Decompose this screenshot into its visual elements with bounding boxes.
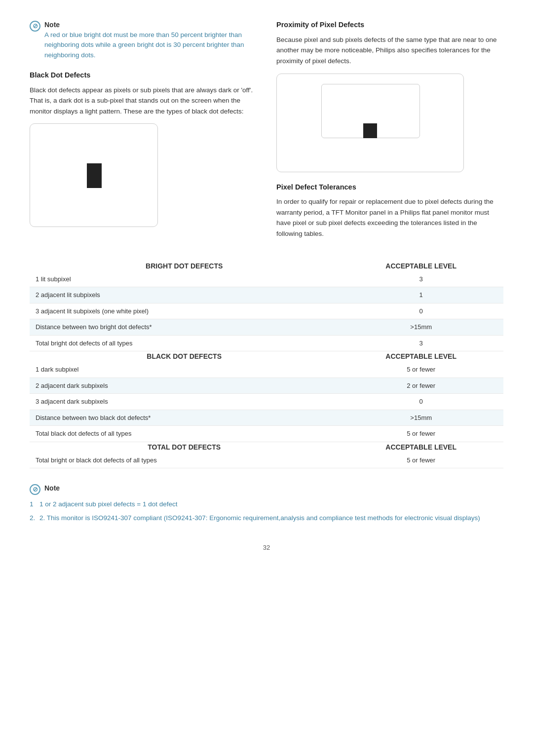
black-dot-title: Black Dot Defects (30, 70, 257, 81)
table-row-value: 2 or fewer (339, 378, 503, 394)
proximity-diagram (276, 74, 464, 172)
note-list: 1 or 2 adjacent sub pixel defects = 1 do… (30, 499, 503, 523)
note-block-top: ⊘ Note A red or blue bright dot must be … (30, 20, 257, 60)
table-row-label: Distance between two bright dot defects* (30, 319, 339, 336)
table-row-value: 1 (339, 287, 503, 303)
black-dot-body: Black dot defects appear as pixels or su… (30, 85, 257, 117)
table-row-value: >15mm (339, 410, 503, 426)
table-row-value: 5 or fewer (339, 426, 503, 442)
pixel-defect-title: Pixel Defect Tolerances (276, 182, 503, 193)
table-row-label: Total bright dot defects of all types (30, 335, 339, 351)
table-row-value: 0 (339, 394, 503, 410)
note-text-top: A red or blue bright dot must be more th… (44, 30, 257, 60)
table-row-value: 5 or fewer (339, 453, 503, 468)
black-dot-pixel (87, 163, 102, 188)
note-icon-bottom: ⊘ (30, 484, 40, 495)
table-row-label: 2 adjacent lit subpixels (30, 287, 339, 303)
proximity-pixel (363, 123, 377, 138)
black-dot-diagram (30, 123, 158, 227)
note-icon-top: ⊘ (30, 21, 40, 32)
note-label-top: Note (44, 20, 257, 30)
table-row-value: 5 or fewer (339, 362, 503, 378)
table-section-header-right: ACCEPTABLE LEVEL (339, 261, 503, 271)
table-row-label: 2 adjacent dark subpixels (30, 378, 339, 394)
table-row-label: 1 dark subpixel (30, 362, 339, 378)
table-section-header: TOTAL DOT DEFECTS (30, 442, 339, 453)
page-number: 32 (30, 543, 503, 553)
table-section-header-right: ACCEPTABLE LEVEL (339, 442, 503, 453)
table-row-label: Total black dot defects of all types (30, 426, 339, 442)
bottom-note-block: ⊘ Note 1 or 2 adjacent sub pixel defects… (30, 483, 503, 523)
note-list-item: 2. This monitor is ISO9241-307 compliant… (30, 513, 503, 524)
table-row-label: 1 lit subpixel (30, 271, 339, 287)
table-section-header: BRIGHT DOT DEFECTS (30, 261, 339, 271)
proximity-body: Because pixel and sub pixels defects of … (276, 35, 503, 67)
table-row-label: Total bright or black dot defects of all… (30, 453, 339, 468)
table-row-value: 3 (339, 271, 503, 287)
table-row-label: 3 adjacent dark subpixels (30, 394, 339, 410)
table-section-header-right: ACCEPTABLE LEVEL (339, 351, 503, 362)
table-row-value: >15mm (339, 319, 503, 336)
proximity-title: Proximity of Pixel Defects (276, 20, 503, 31)
table-row-label: 3 adjacent lit subpixels (one white pixe… (30, 303, 339, 319)
table-row-label: Distance between two black dot defects* (30, 410, 339, 426)
note-list-item: 1 or 2 adjacent sub pixel defects = 1 do… (30, 499, 503, 510)
defect-tolerance-table: BRIGHT DOT DEFECTSACCEPTABLE LEVEL1 lit … (30, 261, 503, 469)
table-section-header: BLACK DOT DEFECTS (30, 351, 339, 362)
table-row-value: 0 (339, 303, 503, 319)
pixel-defect-body: In order to qualify for repair or replac… (276, 196, 503, 239)
table-row-value: 3 (339, 335, 503, 351)
note-label-bottom: Note (44, 483, 60, 493)
